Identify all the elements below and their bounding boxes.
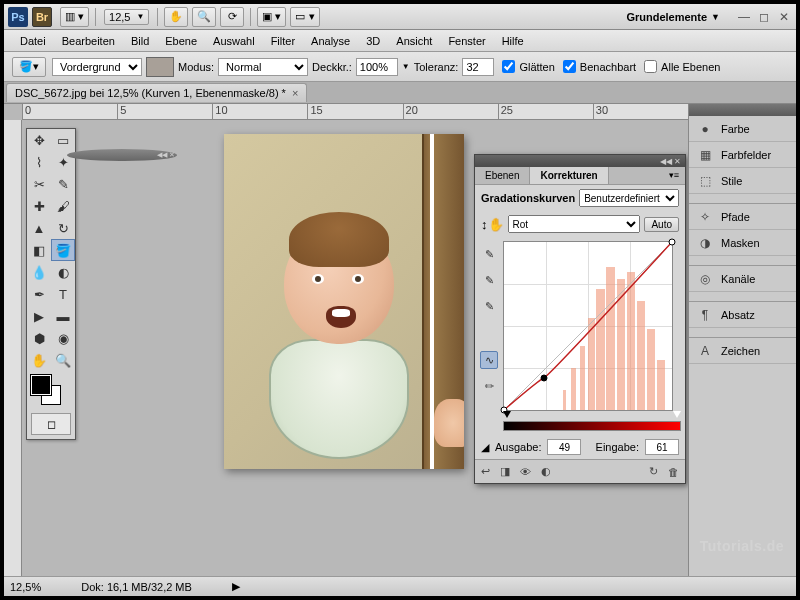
zoom-tool[interactable]: 🔍 xyxy=(51,349,75,371)
dock-farbe[interactable]: ●Farbe xyxy=(689,116,796,142)
farbe-icon: ● xyxy=(697,121,713,137)
pattern-swatch[interactable] xyxy=(146,57,174,77)
return-icon[interactable]: ↩ xyxy=(481,465,490,478)
menu-image[interactable]: Bild xyxy=(123,33,157,49)
dock-kanäle[interactable]: ◎Kanäle xyxy=(689,266,796,292)
bridge-icon[interactable]: Br xyxy=(32,7,52,27)
stamp-tool[interactable]: ▲ xyxy=(27,217,51,239)
menu-window[interactable]: Fenster xyxy=(440,33,493,49)
fill-select[interactable]: Vordergrund xyxy=(52,58,142,76)
move-tool[interactable]: ✥ xyxy=(27,129,51,151)
menu-layer[interactable]: Ebene xyxy=(157,33,205,49)
pen-tool[interactable]: ✒ xyxy=(27,283,51,305)
delete-icon[interactable]: 🗑 xyxy=(668,466,679,478)
dock-zeichen[interactable]: AZeichen xyxy=(689,338,796,364)
3d-tool[interactable]: ⬢ xyxy=(27,327,51,349)
brush-tool[interactable]: 🖌 xyxy=(51,195,75,217)
maximize-button[interactable]: ◻ xyxy=(756,10,772,24)
document-tab[interactable]: DSC_5672.jpg bei 12,5% (Kurven 1, Ebenen… xyxy=(6,83,307,102)
curve-edit-mode[interactable]: ∿ xyxy=(480,351,498,369)
quickmask-button[interactable]: ◻ xyxy=(31,413,71,435)
visibility-icon[interactable]: 👁 xyxy=(520,466,531,478)
antialias-checkbox[interactable] xyxy=(502,60,515,73)
kanäle-icon: ◎ xyxy=(697,271,713,287)
clip-icon[interactable]: ◨ xyxy=(500,465,510,478)
menu-filter[interactable]: Filter xyxy=(263,33,303,49)
photo-content xyxy=(224,134,464,469)
toolpanel-header[interactable]: ◀◀ ✕ xyxy=(67,149,177,161)
foreground-color[interactable] xyxy=(31,375,51,395)
blur-tool[interactable]: 💧 xyxy=(27,261,51,283)
dock-stile[interactable]: ⬚Stile xyxy=(689,168,796,194)
shape-tool[interactable]: ▬ xyxy=(51,305,75,327)
color-swatches[interactable] xyxy=(27,371,75,409)
menu-analysis[interactable]: Analyse xyxy=(303,33,358,49)
black-point-slider[interactable] xyxy=(503,411,511,418)
dock-pfade[interactable]: ✧Pfade xyxy=(689,204,796,230)
contiguous-checkbox[interactable] xyxy=(563,60,576,73)
workspace-selector[interactable]: Grundelemente ▼ xyxy=(618,9,728,25)
panel-menu-icon[interactable]: ▾≡ xyxy=(663,167,685,184)
opacity-input[interactable] xyxy=(356,58,398,76)
eyedropper-black[interactable]: ✎ xyxy=(480,245,498,263)
zoom-select[interactable]: 12,5▼ xyxy=(104,9,149,25)
path-select-tool[interactable]: ▶ xyxy=(27,305,51,327)
hand-tool[interactable]: ✋ xyxy=(27,349,51,371)
close-button[interactable]: ✕ xyxy=(776,10,792,24)
screen-mode-button[interactable]: ▭ ▾ xyxy=(290,7,319,27)
eyedropper-gray[interactable]: ✎ xyxy=(480,271,498,289)
status-zoom[interactable]: 12,5% xyxy=(10,581,41,593)
rotate-view-button[interactable]: ⟳ xyxy=(220,7,244,27)
panel-header[interactable]: ◀◀ ✕ xyxy=(475,155,685,167)
dock-absatz[interactable]: ¶Absatz xyxy=(689,302,796,328)
crop-tool[interactable]: ✂ xyxy=(27,173,51,195)
mode-select[interactable]: Normal xyxy=(218,58,308,76)
layout-menu-button[interactable]: ▥ ▾ xyxy=(60,7,89,27)
arrange-button[interactable]: ▣ ▾ xyxy=(257,7,286,27)
document-canvas[interactable] xyxy=(224,134,464,469)
status-arrow[interactable]: ▶ xyxy=(232,580,240,593)
menu-help[interactable]: Hilfe xyxy=(494,33,532,49)
previous-icon[interactable]: ◐ xyxy=(541,465,551,478)
tab-adjustments[interactable]: Korrekturen xyxy=(530,167,608,184)
curves-graph[interactable] xyxy=(503,241,673,411)
photoshop-icon: Ps xyxy=(8,7,28,27)
hand-tool-button[interactable]: ✋ xyxy=(164,7,188,27)
reset-icon[interactable]: ↻ xyxy=(649,465,658,478)
eraser-tool[interactable]: ◧ xyxy=(27,239,51,261)
type-tool[interactable]: T xyxy=(51,283,75,305)
minimize-button[interactable]: — xyxy=(736,10,752,24)
menu-view[interactable]: Ansicht xyxy=(388,33,440,49)
input-field[interactable] xyxy=(645,439,679,455)
auto-button[interactable]: Auto xyxy=(644,217,679,232)
dock-farbfelder[interactable]: ▦Farbfelder xyxy=(689,142,796,168)
lasso-tool[interactable]: ⌇ xyxy=(27,151,51,173)
close-tab-icon[interactable]: × xyxy=(292,87,298,99)
bucket-tool-preset[interactable]: 🪣▾ xyxy=(12,57,46,77)
tab-layers[interactable]: Ebenen xyxy=(475,167,530,184)
dodge-tool[interactable]: ◐ xyxy=(51,261,75,283)
3d-camera-tool[interactable]: ◉ xyxy=(51,327,75,349)
menu-file[interactable]: Datei xyxy=(12,33,54,49)
marquee-tool[interactable]: ▭ xyxy=(51,129,75,151)
preset-select[interactable]: Benutzerdefiniert xyxy=(579,189,679,207)
dock-header[interactable] xyxy=(689,104,796,116)
eyedropper-white[interactable]: ✎ xyxy=(480,297,498,315)
history-brush-tool[interactable]: ↻ xyxy=(51,217,75,239)
paint-bucket-tool[interactable]: 🪣 xyxy=(51,239,75,261)
pencil-edit-mode[interactable]: ✏ xyxy=(480,377,498,395)
healing-tool[interactable]: ✚ xyxy=(27,195,51,217)
absatz-icon: ¶ xyxy=(697,307,713,323)
eyedropper-tool[interactable]: ✎ xyxy=(51,173,75,195)
all-layers-checkbox[interactable] xyxy=(644,60,657,73)
menu-3d[interactable]: 3D xyxy=(358,33,388,49)
channel-select[interactable]: Rot xyxy=(508,215,641,233)
dock-masken[interactable]: ◑Masken xyxy=(689,230,796,256)
output-field[interactable] xyxy=(547,439,581,455)
menu-select[interactable]: Auswahl xyxy=(205,33,263,49)
targeted-adjust-icon[interactable]: ↕✋ xyxy=(481,217,504,232)
menu-edit[interactable]: Bearbeiten xyxy=(54,33,123,49)
white-point-slider[interactable] xyxy=(673,411,681,418)
zoom-tool-button[interactable]: 🔍 xyxy=(192,7,216,27)
tolerance-input[interactable] xyxy=(462,58,494,76)
